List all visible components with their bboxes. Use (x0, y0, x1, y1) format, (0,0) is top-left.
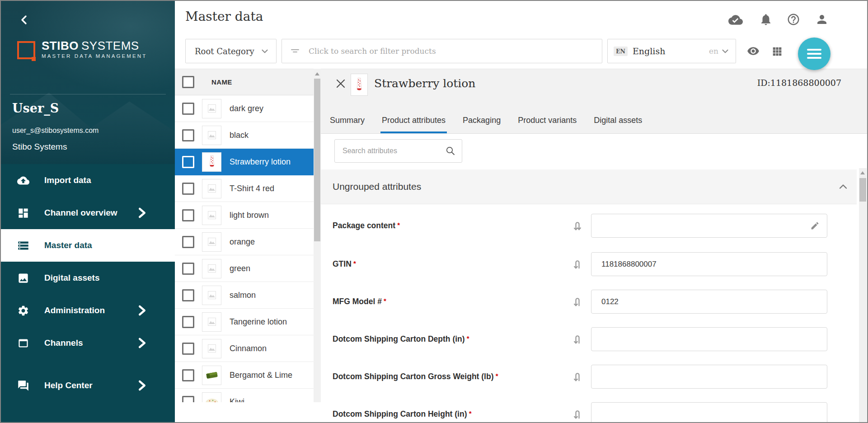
row-checkbox[interactable] (182, 129, 194, 141)
detail-panel-scrollbar[interactable] (859, 168, 867, 422)
sidebar-item-channels[interactable]: Channels (0, 327, 175, 359)
user-organization: Stibo Systems (12, 142, 67, 152)
scrollbar-thumb[interactable] (859, 178, 866, 202)
preview-icon[interactable] (746, 45, 761, 57)
category-filter-dropdown[interactable]: Root Category (185, 39, 277, 63)
help-icon[interactable] (787, 13, 800, 26)
swap-vertical-icon[interactable] (571, 296, 585, 308)
chevron-right-icon (136, 337, 163, 349)
sidebar-divider (10, 94, 166, 94)
row-checkbox[interactable] (182, 369, 194, 381)
list-item[interactable]: T-Shirt 4 red (175, 175, 314, 202)
attribute-value-input[interactable] (591, 253, 827, 276)
sidebar-item-administration[interactable]: Administration (0, 294, 175, 327)
product-search-box[interactable]: Click to search or filter products (282, 39, 602, 63)
language-badge: EN (614, 47, 628, 56)
swap-vertical-icon[interactable] (571, 258, 585, 271)
tab-summary[interactable]: Summary (330, 107, 365, 133)
row-checkbox[interactable] (182, 156, 194, 168)
account-icon[interactable] (815, 13, 829, 26)
row-checkbox[interactable] (182, 103, 194, 115)
grid-view-icon[interactable] (771, 45, 784, 58)
row-checkbox[interactable] (182, 396, 194, 403)
scroll-up-arrow[interactable] (315, 72, 319, 75)
attribute-value-field (591, 365, 827, 389)
chevron-up-icon[interactable] (838, 182, 849, 191)
sidebar-item-help-center[interactable]: Help Center (0, 369, 175, 402)
cloud-sync-icon[interactable] (728, 13, 743, 27)
product-name: dark grey (230, 104, 263, 113)
list-item[interactable]: orange (175, 229, 314, 255)
scroll-up-arrow[interactable] (860, 171, 865, 174)
sidebar-item-master-data[interactable]: Master data (0, 229, 175, 262)
user-email: user_s@stibosystems.com (12, 127, 99, 135)
attribute-value-input[interactable] (591, 214, 827, 237)
row-checkbox[interactable] (182, 316, 194, 328)
tab-digital-assets[interactable]: Digital assets (594, 107, 642, 133)
list-item[interactable]: black (175, 122, 314, 149)
list-item[interactable]: Bergamot & Lime (175, 362, 314, 389)
sidebar-item-import-data[interactable]: Import data (0, 164, 175, 197)
product-name: orange (230, 237, 255, 247)
attribute-label: GTIN (333, 259, 558, 269)
nav-label: Channel overview (44, 208, 117, 218)
attribute-value-input[interactable] (591, 403, 827, 422)
attribute-search-input[interactable] (342, 146, 442, 155)
row-checkbox[interactable] (182, 183, 194, 195)
swap-vertical-icon[interactable] (571, 220, 585, 232)
main-menu-fab[interactable] (798, 38, 830, 70)
product-list-scrollbar[interactable] (314, 69, 321, 402)
list-item[interactable]: light brown (175, 202, 314, 229)
attribute-search-box[interactable] (334, 139, 462, 163)
tab-product-variants[interactable]: Product variants (518, 107, 577, 133)
swap-vertical-icon[interactable] (571, 408, 585, 421)
storage-list-icon (17, 240, 29, 252)
nav-label: Help Center (44, 381, 93, 390)
logo-square-icon (17, 41, 35, 59)
edit-pencil-icon[interactable] (810, 221, 820, 230)
attribute-row: Dotcom Shipping Carton Height (in) (333, 402, 830, 422)
name-column-header: NAME (211, 78, 232, 86)
page-title: Master data (185, 9, 263, 24)
list-item[interactable]: dark grey (175, 95, 314, 122)
row-checkbox[interactable] (182, 289, 194, 301)
row-checkbox[interactable] (182, 209, 194, 221)
product-thumbnail (202, 126, 221, 145)
list-item[interactable]: Cinnamon (175, 335, 314, 362)
list-item-selected[interactable]: Strawberry lotion (175, 149, 314, 175)
search-icon (445, 146, 456, 156)
tab-packaging[interactable]: Packaging (463, 107, 501, 133)
swap-vertical-icon[interactable] (571, 371, 585, 383)
list-item[interactable]: Tangerine lotion (175, 309, 314, 335)
product-name: light brown (230, 211, 269, 220)
sidebar-item-digital-assets[interactable]: Digital assets (0, 262, 175, 294)
collapse-sidebar-icon[interactable] (20, 15, 29, 25)
chevron-right-icon (136, 380, 163, 392)
select-all-checkbox[interactable] (182, 76, 194, 88)
language-selector[interactable]: EN English en (607, 39, 736, 63)
product-thumbnail (202, 312, 221, 332)
product-name: Cinnamon (230, 344, 267, 353)
window-icon (17, 337, 29, 349)
row-checkbox[interactable] (182, 263, 194, 275)
attribute-value-input[interactable] (591, 328, 827, 351)
sidebar-item-channel-overview[interactable]: Channel overview (0, 197, 175, 229)
attribute-value-input[interactable] (591, 290, 827, 313)
attribute-group-header[interactable]: Ungrouped attributes (321, 169, 857, 204)
scrollbar-thumb[interactable] (314, 79, 320, 241)
row-checkbox[interactable] (182, 236, 194, 248)
row-checkbox[interactable] (182, 343, 194, 355)
notifications-icon[interactable] (759, 13, 773, 26)
tab-product-attributes[interactable]: Product attributes (382, 107, 446, 133)
swap-vertical-icon[interactable] (571, 333, 585, 346)
attribute-value-input[interactable] (591, 365, 827, 388)
detail-product-title: Strawberry lotion (374, 77, 475, 90)
product-name: Tangerine lotion (230, 317, 287, 327)
list-item[interactable]: salmon (175, 282, 314, 309)
product-thumbnail-kiwi (202, 392, 221, 403)
list-item[interactable]: Kiwi (175, 389, 314, 402)
nav-label: Master data (44, 240, 92, 250)
list-item[interactable]: green (175, 255, 314, 282)
close-icon[interactable] (336, 79, 346, 89)
attribute-row: Package content (333, 213, 830, 238)
